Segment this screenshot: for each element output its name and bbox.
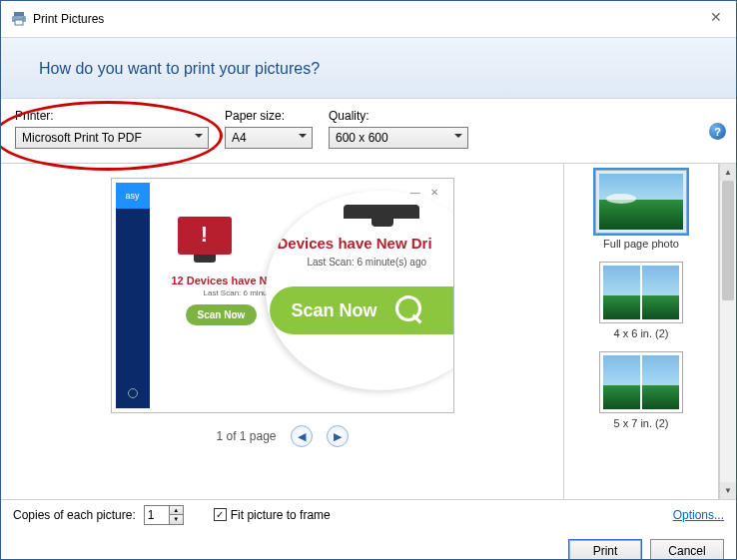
preview-alert-monitor-icon [178, 217, 232, 255]
layout-5x7-2[interactable]: 5 x 7 in. (2) [599, 351, 683, 429]
layout-thumb [599, 262, 683, 323]
search-icon [395, 295, 425, 325]
options-link[interactable]: Options... [673, 508, 724, 522]
copies-stepper[interactable]: ▲ ▼ [144, 505, 184, 525]
preview-lens-scan-label: Scan Now [292, 300, 377, 321]
copies-input[interactable] [145, 506, 169, 524]
scroll-thumb[interactable] [722, 181, 734, 300]
layout-label: 5 x 7 in. (2) [599, 417, 683, 429]
printer-icon [11, 11, 27, 27]
paper-label: Paper size: [225, 109, 313, 123]
scroll-up-button[interactable]: ▲ [720, 164, 736, 181]
preview-lens-headline: Devices have New Dri [278, 235, 432, 252]
help-icon[interactable]: ? [709, 123, 726, 140]
window-title: Print Pictures [33, 12, 104, 26]
preview-sidebar [116, 183, 150, 408]
page-indicator: 1 of 1 page [216, 429, 276, 443]
preview-magnifier-lens: Devices have New Dri Last Scan: 6 minute… [266, 191, 454, 390]
copies-up-button[interactable]: ▲ [170, 506, 183, 516]
page-nav: 1 of 1 page ◀ ▶ [216, 425, 348, 447]
fit-picture-checkbox-wrap: ✓ Fit picture to frame [214, 508, 331, 522]
layout-full-page-photo[interactable]: Full page photo [595, 170, 687, 250]
paper-dropdown[interactable]: A4 [225, 127, 313, 149]
svg-rect-0 [14, 12, 24, 16]
layout-label: Full page photo [595, 238, 687, 250]
fit-picture-checkbox[interactable]: ✓ [214, 508, 227, 521]
preview-lens-monitor-icon [344, 205, 419, 219]
svg-rect-2 [15, 20, 23, 25]
preview-column: asy — ✕ 12 Devices have N Last Scan: 6 m… [1, 164, 563, 499]
layout-4x6-2[interactable]: 4 x 6 in. (2) [599, 262, 683, 339]
layout-thumb [599, 351, 683, 413]
copies-down-button[interactable]: ▼ [170, 515, 183, 524]
preview-small-scan-button: Scan Now [186, 304, 258, 325]
prev-page-button[interactable]: ◀ [291, 425, 313, 447]
paper-value: A4 [232, 131, 247, 145]
preview-sidebar-icon [128, 388, 138, 398]
next-page-button[interactable]: ▶ [327, 425, 349, 447]
quality-dropdown[interactable]: 600 x 600 [329, 127, 468, 149]
preview-alert-monitor-stand [194, 255, 216, 263]
fit-picture-label: Fit picture to frame [231, 508, 331, 522]
layout-list[interactable]: Full page photo 4 x 6 in. (2) 5 x 7 in. … [563, 164, 719, 499]
header: How do you want to print your pictures? [1, 37, 736, 99]
body: asy — ✕ 12 Devices have N Last Scan: 6 m… [1, 164, 736, 499]
quality-field: Quality: 600 x 600 [329, 109, 468, 149]
quality-label: Quality: [329, 109, 468, 123]
preview-lens-sub: Last Scan: 6 minute(s) ago [308, 257, 427, 268]
printer-value: Microsoft Print To PDF [22, 131, 142, 145]
close-icon[interactable]: ✕ [710, 9, 722, 25]
titlebar: Print Pictures ✕ [1, 1, 736, 37]
preview-small-headline: 12 Devices have N [172, 275, 268, 286]
preview-sidebar-badge: asy [116, 183, 150, 209]
cancel-button[interactable]: Cancel [650, 539, 724, 560]
paper-field: Paper size: A4 [225, 109, 313, 149]
printer-dropdown[interactable]: Microsoft Print To PDF [15, 127, 209, 149]
copies-label: Copies of each picture: [13, 508, 136, 522]
quality-value: 600 x 600 [336, 131, 388, 145]
svg-point-3 [23, 17, 25, 19]
button-bar: Print Cancel [1, 529, 736, 560]
printer-label: Printer: [15, 109, 209, 123]
preview-frame: asy — ✕ 12 Devices have N Last Scan: 6 m… [111, 178, 454, 413]
print-options-row: Printer: Microsoft Print To PDF Paper si… [1, 99, 736, 164]
scroll-down-button[interactable]: ▼ [720, 482, 736, 499]
page-heading: How do you want to print your pictures? [39, 60, 320, 77]
layout-thumb [595, 170, 687, 234]
printer-field: Printer: Microsoft Print To PDF [15, 109, 209, 149]
preview-small-sub: Last Scan: 6 minute [204, 288, 275, 297]
preview-lens-monitor-stand [371, 219, 393, 227]
print-button[interactable]: Print [568, 539, 642, 560]
preview-lens-scan-button: Scan Now [270, 286, 454, 334]
layout-label: 4 x 6 in. (2) [599, 327, 683, 339]
layout-scrollbar[interactable]: ▲ ▼ [719, 164, 736, 499]
bottom-bar: Copies of each picture: ▲ ▼ ✓ Fit pictur… [1, 499, 736, 529]
